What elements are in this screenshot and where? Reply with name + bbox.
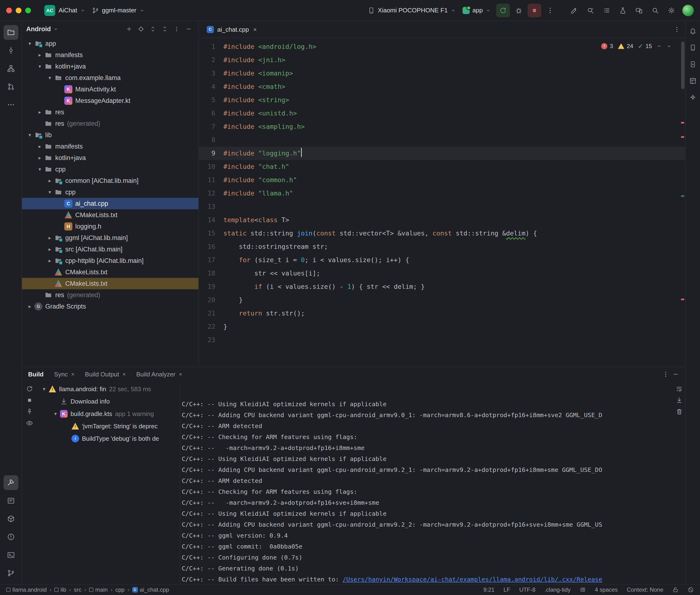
commit-tool-icon[interactable] xyxy=(4,43,18,58)
tree-item[interactable]: res(generated) xyxy=(22,118,198,129)
line-number[interactable]: 13 xyxy=(199,200,223,213)
code-line[interactable]: 2#include <jni.h> xyxy=(199,53,685,67)
build-tree-item[interactable]: iBuildType 'debug' is both de xyxy=(37,432,180,445)
line-number[interactable]: 19 xyxy=(199,280,223,293)
tree-item[interactable]: ▸res xyxy=(22,107,198,118)
code-line[interactable]: 11#include "common.h" xyxy=(199,173,685,187)
line-number[interactable]: 23 xyxy=(199,333,223,347)
clear-console-icon[interactable] xyxy=(676,408,683,415)
inspection-status-icon[interactable] xyxy=(688,587,694,593)
tree-item[interactable]: ▸manifests xyxy=(22,141,198,152)
line-number[interactable]: 5 xyxy=(199,93,223,107)
device-mirror-icon[interactable] xyxy=(632,4,646,17)
close-window-button[interactable] xyxy=(6,8,12,13)
code-line[interactable]: 23 xyxy=(199,333,685,347)
rerun-build-icon[interactable] xyxy=(26,385,33,392)
tree-item[interactable]: CMakeLists.txt xyxy=(22,266,198,278)
line-number[interactable]: 14 xyxy=(199,213,223,227)
build-options-icon[interactable] xyxy=(662,371,669,378)
locate-file-icon[interactable] xyxy=(136,24,146,34)
minimize-window-button[interactable] xyxy=(16,8,22,13)
tab-ai-chat-cpp[interactable]: C ai_chat.cpp × xyxy=(201,21,262,38)
line-number[interactable]: 4 xyxy=(199,80,223,93)
tree-item[interactable]: ▸cpp-httplib [AiChat.lib.main] xyxy=(22,255,198,266)
chevron-right-icon[interactable]: ▸ xyxy=(35,155,44,161)
chevron-down-icon[interactable]: ▾ xyxy=(35,63,44,69)
chevron-right-icon[interactable]: ▸ xyxy=(45,178,54,183)
tree-item[interactable]: KMessageAdapter.kt xyxy=(22,95,198,107)
indent-style-icon[interactable] xyxy=(580,587,586,593)
run-config-selector[interactable]: app xyxy=(459,5,494,16)
indent-size[interactable]: 4 spaces xyxy=(595,587,618,593)
build-tab-sync[interactable]: Sync× xyxy=(54,371,75,378)
chevron-down-icon[interactable]: ▾ xyxy=(35,166,44,172)
tree-item[interactable]: ▾app xyxy=(22,38,198,49)
chevron-down-icon[interactable]: ▾ xyxy=(25,132,34,138)
build-tab-build-analyzer[interactable]: Build Analyzer× xyxy=(136,371,182,378)
stripe-mark[interactable] xyxy=(681,122,684,123)
tree-item[interactable]: ▸GGradle Scripts xyxy=(22,301,198,312)
tree-item[interactable]: ▾kotlin+java xyxy=(22,61,198,72)
line-number[interactable]: 3 xyxy=(199,67,223,80)
more-run-actions-button[interactable] xyxy=(543,4,557,18)
line-number[interactable]: 18 xyxy=(199,267,223,280)
code-line[interactable]: 10#include "chat.h" xyxy=(199,160,685,173)
build-tree-item[interactable]: !'jvmTarget: String' is deprec xyxy=(37,420,180,432)
project-widget[interactable]: AiChat xyxy=(55,5,89,16)
tree-item[interactable]: KMainActivity.kt xyxy=(22,84,198,95)
build-tree-item[interactable]: Download info xyxy=(37,395,180,407)
chevron-right-icon[interactable]: ▸ xyxy=(35,52,44,58)
line-number[interactable]: 9 xyxy=(199,147,223,160)
chevron-right-icon[interactable]: ▸ xyxy=(35,109,44,115)
chevron-down-icon[interactable]: ▾ xyxy=(25,41,34,47)
pull-requests-tool-icon[interactable] xyxy=(4,79,18,94)
breadcrumb-item[interactable]: src xyxy=(74,587,81,593)
device-selector[interactable]: Xiaomi POCOPHONE F1 xyxy=(364,5,459,16)
close-icon[interactable]: × xyxy=(71,371,75,378)
inspections-widget[interactable]: ! 3 ! 24 ✓ 15 xyxy=(599,39,672,53)
next-problem-icon[interactable] xyxy=(666,43,672,49)
panel-options-icon[interactable] xyxy=(171,24,182,34)
tree-item[interactable]: ▸common [AiChat.lib.main] xyxy=(22,175,198,187)
build-tree-item[interactable]: ▾Kbuild.gradle.ktsapp 1 warning xyxy=(37,407,180,420)
tree-item[interactable]: Hlogging.h xyxy=(22,221,198,232)
code-line[interactable]: 4#include <cmath> xyxy=(199,80,685,93)
hide-build-panel-icon[interactable] xyxy=(672,371,679,378)
tree-item[interactable]: ▸manifests xyxy=(22,49,198,61)
tree-item[interactable]: CMakeLists.txt xyxy=(22,278,198,289)
debug-button[interactable] xyxy=(512,4,526,18)
branch-widget[interactable]: ggml-master xyxy=(89,5,148,16)
code-line[interactable]: 14template<class T> xyxy=(199,213,685,227)
settings-icon[interactable] xyxy=(665,4,678,17)
line-number[interactable]: 7 xyxy=(199,120,223,133)
line-number[interactable]: 20 xyxy=(199,293,223,307)
app-insights-tool-icon[interactable] xyxy=(4,511,18,526)
file-encoding[interactable]: UTF-8 xyxy=(519,587,535,593)
structure-tool-icon[interactable] xyxy=(4,61,18,76)
build-tab-build-output[interactable]: Build Output× xyxy=(85,371,126,378)
close-icon[interactable]: × xyxy=(122,371,126,378)
stop-button[interactable] xyxy=(528,4,541,18)
hide-panel-icon[interactable] xyxy=(183,24,194,34)
pin-tab-icon[interactable] xyxy=(26,408,33,415)
tree-item[interactable]: ▾com.example.llama xyxy=(22,72,198,84)
line-number[interactable]: 6 xyxy=(199,107,223,120)
chevron-right-icon[interactable]: ▸ xyxy=(45,235,54,241)
line-number[interactable]: 16 xyxy=(199,240,223,253)
code-line[interactable]: 18 str << values[i]; xyxy=(199,267,685,280)
new-file-icon[interactable] xyxy=(123,24,135,34)
zoom-window-button[interactable] xyxy=(25,8,31,13)
code-line[interactable]: 19 if (i < values.size() - 1) { str << d… xyxy=(199,280,685,293)
chevron-right-icon[interactable]: ▸ xyxy=(25,304,34,309)
line-number[interactable]: 21 xyxy=(199,307,223,320)
chevron-down-icon[interactable]: ▾ xyxy=(45,189,54,195)
code-line[interactable]: 21 return str.str(); xyxy=(199,307,685,320)
code-line[interactable]: 6#include <unistd.h> xyxy=(199,107,685,120)
line-number[interactable]: 8 xyxy=(199,133,223,147)
line-number[interactable]: 10 xyxy=(199,160,223,173)
problems-tool-icon[interactable] xyxy=(4,530,18,544)
code-line[interactable]: 3#include <iomanip> xyxy=(199,67,685,80)
line-separator[interactable]: LF xyxy=(504,587,510,593)
file-link[interactable]: /Users/hanyin/Workspace/ai-chat/examples… xyxy=(343,576,603,583)
chevron-right-icon[interactable]: ▸ xyxy=(35,144,44,149)
